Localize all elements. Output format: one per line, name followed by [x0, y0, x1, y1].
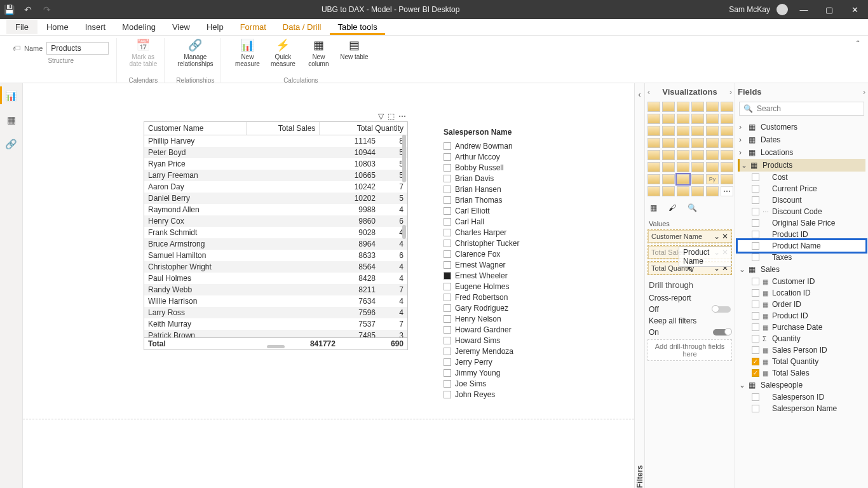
- save-icon[interactable]: 💾: [4, 4, 14, 15]
- viz-type-icon[interactable]: [706, 102, 719, 112]
- maximize-button[interactable]: ▢: [820, 1, 839, 18]
- viz-type-icon[interactable]: [677, 138, 689, 148]
- field-node[interactable]: ▦Product ID: [738, 310, 865, 322]
- table-row[interactable]: Larry Ross75964: [144, 307, 407, 318]
- checkbox-icon[interactable]: [752, 208, 759, 215]
- checkbox-icon[interactable]: [444, 337, 451, 344]
- new-measure-button[interactable]: 📊New measure: [233, 38, 262, 67]
- close-button[interactable]: ✕: [845, 1, 864, 18]
- checkbox-icon[interactable]: [752, 173, 759, 181]
- field-node[interactable]: ▦Purchase Date: [738, 322, 865, 333]
- slicer-option[interactable]: Joe Sims: [444, 378, 571, 389]
- slicer-option[interactable]: Henry Nelson: [444, 313, 571, 324]
- checkbox-icon[interactable]: [752, 301, 759, 308]
- col-customer[interactable]: Customer Name: [144, 122, 247, 135]
- viz-type-icon[interactable]: [677, 174, 689, 184]
- slicer-option[interactable]: Gary Rodriguez: [444, 302, 571, 313]
- focus-icon[interactable]: ⬚: [388, 112, 395, 121]
- viz-type-icon[interactable]: [691, 138, 704, 148]
- scrollbar-vertical[interactable]: [402, 135, 406, 182]
- slicer-option[interactable]: Carl Hall: [444, 216, 571, 227]
- viz-type-icon[interactable]: [691, 174, 704, 184]
- data-view-icon[interactable]: ▦: [5, 114, 18, 126]
- field-node[interactable]: ✓▦Total Sales: [738, 367, 865, 379]
- viz-type-icon[interactable]: [691, 126, 704, 136]
- scrollbar-vertical-2[interactable]: [402, 225, 406, 239]
- checkbox-icon[interactable]: [752, 393, 759, 401]
- viz-type-icon[interactable]: [648, 186, 660, 196]
- viz-type-icon[interactable]: [691, 102, 704, 112]
- table-node[interactable]: ⌄▦Sales: [738, 263, 865, 276]
- fields-search[interactable]: 🔍: [739, 102, 864, 116]
- viz-type-icon[interactable]: [691, 162, 704, 172]
- manage-relationships-button[interactable]: 🔗 Manage relationships: [180, 38, 210, 67]
- well-customer-name[interactable]: Customer Name⌄✕: [648, 229, 732, 243]
- checkbox-icon[interactable]: [444, 326, 451, 334]
- checkbox-icon[interactable]: [444, 294, 451, 301]
- table-visual[interactable]: ▽ ⬚ ⋯ Customer Name Total Sales Total Qu…: [144, 121, 408, 350]
- col-sales[interactable]: Total Sales: [247, 122, 320, 135]
- slicer-option[interactable]: Brian Thomas: [444, 194, 571, 205]
- viz-type-icon[interactable]: [721, 138, 733, 148]
- checkbox-icon[interactable]: [444, 369, 451, 377]
- viz-type-icon[interactable]: [721, 150, 733, 160]
- viz-type-icon[interactable]: [677, 126, 689, 136]
- menu-file[interactable]: File: [6, 20, 37, 34]
- table-node[interactable]: ›▦Dates: [738, 133, 865, 146]
- field-node[interactable]: Taxes: [738, 252, 865, 263]
- checkbox-icon[interactable]: [752, 219, 759, 227]
- slicer-option[interactable]: Eugene Holmes: [444, 281, 571, 292]
- viz-type-icon[interactable]: [721, 114, 733, 124]
- checkbox-icon[interactable]: [752, 231, 759, 238]
- table-node[interactable]: ›▦Locations: [738, 146, 865, 159]
- checkbox-icon[interactable]: [752, 405, 759, 412]
- menu-insert[interactable]: Insert: [78, 20, 114, 34]
- filter-icon[interactable]: ▽: [378, 112, 384, 121]
- table-row[interactable]: Keith Murray75377: [144, 318, 407, 330]
- checkbox-icon[interactable]: [444, 304, 451, 312]
- checkbox-icon[interactable]: [444, 229, 451, 236]
- checkbox-icon[interactable]: [444, 261, 451, 269]
- checkbox-icon[interactable]: [752, 278, 759, 285]
- minimize-button[interactable]: —: [794, 1, 813, 18]
- report-canvas[interactable]: ▽ ⬚ ⋯ Customer Name Total Sales Total Qu…: [23, 83, 634, 488]
- name-input[interactable]: [46, 42, 109, 55]
- chevron-down-icon[interactable]: ⌄: [714, 248, 720, 257]
- add-drillthrough-well[interactable]: Add drill-through fields here: [648, 339, 732, 361]
- cross-report-toggle[interactable]: [713, 306, 731, 313]
- checkbox-icon[interactable]: [444, 358, 451, 366]
- keep-filters-toggle[interactable]: [713, 329, 731, 336]
- table-node[interactable]: ›▦Customers: [738, 121, 865, 133]
- search-input[interactable]: [757, 104, 860, 113]
- new-table-button[interactable]: ▤New table: [339, 38, 369, 67]
- checkbox-icon[interactable]: [752, 346, 759, 354]
- remove-icon[interactable]: ✕: [722, 248, 728, 257]
- slicer-option[interactable]: Ernest Wheeler: [444, 270, 571, 281]
- slicer-option[interactable]: Jerry Perry: [444, 356, 571, 367]
- model-view-icon[interactable]: 🔗: [5, 138, 18, 151]
- viz-type-icon[interactable]: [721, 126, 733, 136]
- viz-type-icon[interactable]: [662, 162, 675, 172]
- table-row[interactable]: Phillip Harvey111458: [144, 135, 407, 147]
- menu-data-drill[interactable]: Data / Drill: [275, 20, 329, 34]
- viz-type-icon[interactable]: [706, 186, 719, 196]
- viz-type-icon[interactable]: [721, 174, 733, 184]
- checkbox-icon[interactable]: [444, 240, 451, 247]
- slicer-option[interactable]: Brian Davis: [444, 173, 571, 184]
- table-row[interactable]: Willie Harrison76344: [144, 295, 407, 307]
- viz-type-icon[interactable]: [721, 162, 733, 172]
- col-qty[interactable]: Total Quantity: [320, 122, 407, 135]
- viz-type-icon[interactable]: [721, 102, 733, 112]
- field-node[interactable]: ▦Location ID: [738, 287, 865, 299]
- viz-type-icon[interactable]: [706, 126, 719, 136]
- scrollbar-horizontal[interactable]: [267, 345, 285, 348]
- checkbox-icon[interactable]: [752, 185, 759, 193]
- menu-modeling[interactable]: Modeling: [114, 20, 163, 34]
- table-row[interactable]: Ryan Price108035: [144, 158, 407, 170]
- viz-type-icon[interactable]: [662, 114, 675, 124]
- slicer-option[interactable]: Brian Hansen: [444, 184, 571, 194]
- viz-type-icon[interactable]: ⋯: [721, 186, 733, 196]
- viz-type-icon[interactable]: [706, 114, 719, 124]
- table-row[interactable]: Frank Schmidt90284: [144, 227, 407, 238]
- ribbon-collapse-icon[interactable]: ⌃: [855, 39, 864, 48]
